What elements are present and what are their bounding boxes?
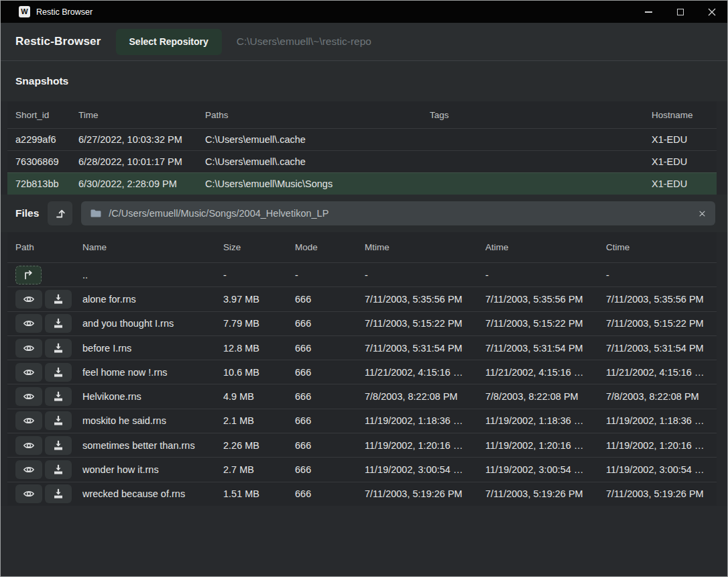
preview-file-button[interactable]	[15, 460, 42, 479]
download-file-button[interactable]	[45, 290, 72, 309]
snapshot-row[interactable]: 76306869 6/28/2022, 10:01:17 PM C:\Users…	[7, 150, 717, 172]
app-header: Restic-Browser Select Repository C:\User…	[1, 23, 727, 61]
file-atime: 7/11/2003, 5:31:54 PM	[485, 343, 606, 354]
column-header-short-id: Short_id	[15, 110, 78, 120]
file-size: -	[223, 270, 295, 280]
download-file-button[interactable]	[45, 339, 72, 358]
file-size: 2.26 MB	[223, 440, 295, 451]
preview-file-button[interactable]	[15, 387, 42, 406]
minimize-button[interactable]	[633, 1, 664, 23]
folder-icon	[90, 208, 102, 219]
download-file-button[interactable]	[45, 314, 72, 333]
snapshot-hostname: X1-EDU	[652, 156, 717, 167]
clear-path-icon[interactable]	[698, 209, 707, 218]
titlebar: W Restic Browser	[1, 1, 727, 23]
download-file-button[interactable]	[45, 436, 72, 455]
window-controls	[633, 1, 727, 23]
close-button[interactable]	[696, 1, 727, 23]
maximize-button[interactable]	[664, 1, 696, 23]
file-row: wrecked because of.rns 1.51 MB 666 7/11/…	[7, 482, 717, 506]
file-mode: 666	[295, 367, 365, 378]
file-name: sometimes better than.rns	[82, 440, 223, 451]
file-mode: 666	[295, 294, 365, 305]
preview-file-button[interactable]	[15, 411, 42, 430]
column-header-hostname: Hostname	[652, 110, 717, 120]
preview-file-button[interactable]	[15, 339, 42, 358]
column-header-paths: Paths	[205, 110, 430, 120]
file-size: 4.9 MB	[223, 391, 295, 402]
file-atime: 11/19/2002, 1:20:16 …	[485, 440, 606, 451]
file-mtime: -	[365, 270, 485, 280]
file-mode: -	[295, 270, 365, 280]
snapshot-time: 6/28/2022, 10:01:17 PM	[78, 156, 205, 167]
file-size: 1.51 MB	[223, 488, 295, 499]
file-atime: 7/8/2003, 8:22:08 PM	[485, 391, 606, 402]
files-title: Files	[15, 207, 39, 219]
eye-icon	[23, 390, 35, 403]
snapshot-row-selected[interactable]: 72b813bb 6/30/2022, 2:28:09 PM C:\Users\…	[7, 172, 717, 195]
file-mtime: 7/11/2003, 5:31:54 PM	[365, 343, 485, 354]
file-mode: 666	[295, 391, 365, 402]
select-repository-button[interactable]: Select Repository	[116, 29, 222, 55]
file-row: wonder how it.rns 2.7 MB 666 11/19/2002,…	[7, 457, 717, 481]
file-mtime: 7/8/2003, 8:22:08 PM	[365, 391, 485, 402]
page-title: Restic-Browser	[15, 35, 101, 48]
preview-file-button[interactable]	[15, 484, 42, 503]
file-mtime: 11/21/2002, 4:15:16 …	[365, 367, 485, 378]
enter-parent-directory-button[interactable]	[15, 266, 42, 284]
current-path-bar[interactable]: /C/Users/emuell/Music/Songs/2004_Helveti…	[81, 201, 715, 225]
column-header-mtime: Mtime	[365, 242, 485, 252]
file-atime: 11/19/2002, 3:00:54 …	[485, 464, 606, 475]
file-name: alone for.rns	[82, 294, 223, 305]
file-row: alone for.rns 3.97 MB 666 7/11/2003, 5:3…	[7, 286, 717, 311]
preview-file-button[interactable]	[15, 290, 42, 309]
snapshots-table: Short_id Time Paths Tags Hostname a2299a…	[7, 101, 717, 195]
column-header-path: Path	[15, 242, 82, 252]
eye-icon	[23, 439, 35, 452]
snapshot-short-id: a2299af6	[15, 134, 78, 145]
file-ctime: 7/11/2003, 5:19:26 PM	[606, 488, 717, 499]
download-icon	[52, 439, 64, 452]
parent-directory-button[interactable]	[48, 201, 72, 225]
file-size: 2.1 MB	[223, 415, 295, 426]
snapshots-title: Snapshots	[15, 75, 68, 87]
download-file-button[interactable]	[45, 411, 72, 430]
download-icon	[52, 488, 64, 500]
file-row: feel home now !.rns 10.6 MB 666 11/21/20…	[7, 360, 717, 384]
file-row: sometimes better than.rns 2.26 MB 666 11…	[7, 433, 717, 457]
eye-icon	[23, 317, 35, 329]
snapshot-hostname: X1-EDU	[652, 178, 717, 189]
file-name: moskito he said.rns	[82, 415, 223, 426]
preview-file-button[interactable]	[15, 314, 42, 333]
snapshot-row[interactable]: a2299af6 6/27/2022, 10:03:32 PM C:\Users…	[7, 128, 717, 150]
file-mode: 666	[295, 343, 365, 354]
download-file-button[interactable]	[45, 484, 72, 503]
preview-file-button[interactable]	[15, 363, 42, 382]
snapshot-paths: C:\Users\emuell\.cache	[205, 134, 430, 145]
snapshots-section-header: Snapshots	[1, 61, 727, 101]
snapshot-short-id: 72b813bb	[15, 178, 78, 189]
column-header-time: Time	[78, 110, 205, 120]
current-path-text: /C/Users/emuell/Music/Songs/2004_Helveti…	[109, 208, 691, 219]
file-atime: 7/11/2003, 5:15:22 PM	[485, 318, 606, 329]
file-row: before I.rns 12.8 MB 666 7/11/2003, 5:31…	[7, 335, 717, 360]
files-table: Path Name Size Mode Mtime Atime Ctime ..…	[7, 232, 717, 506]
download-file-button[interactable]	[45, 460, 72, 479]
file-mtime: 7/11/2003, 5:15:22 PM	[365, 318, 485, 329]
download-file-button[interactable]	[45, 363, 72, 382]
file-mtime: 11/19/2002, 3:00:54 …	[365, 464, 485, 475]
download-icon	[52, 390, 64, 403]
snapshot-time: 6/27/2022, 10:03:32 PM	[78, 134, 205, 145]
preview-file-button[interactable]	[15, 436, 42, 455]
file-mtime: 7/11/2003, 5:19:26 PM	[365, 488, 485, 499]
eye-icon	[23, 415, 35, 427]
download-file-button[interactable]	[45, 387, 72, 406]
download-icon	[52, 415, 64, 427]
file-mtime: 11/19/2002, 1:20:16 …	[365, 440, 485, 451]
file-size: 7.79 MB	[223, 318, 295, 329]
files-toolbar: Files /C/Users/emuell/Music/Songs/2004_H…	[1, 195, 727, 232]
app-window: W Restic Browser Restic-Browser Select R…	[0, 0, 728, 577]
eye-icon	[23, 464, 35, 476]
repository-path: C:\Users\emuell\~\restic-repo	[237, 36, 371, 48]
eye-icon	[23, 366, 35, 378]
